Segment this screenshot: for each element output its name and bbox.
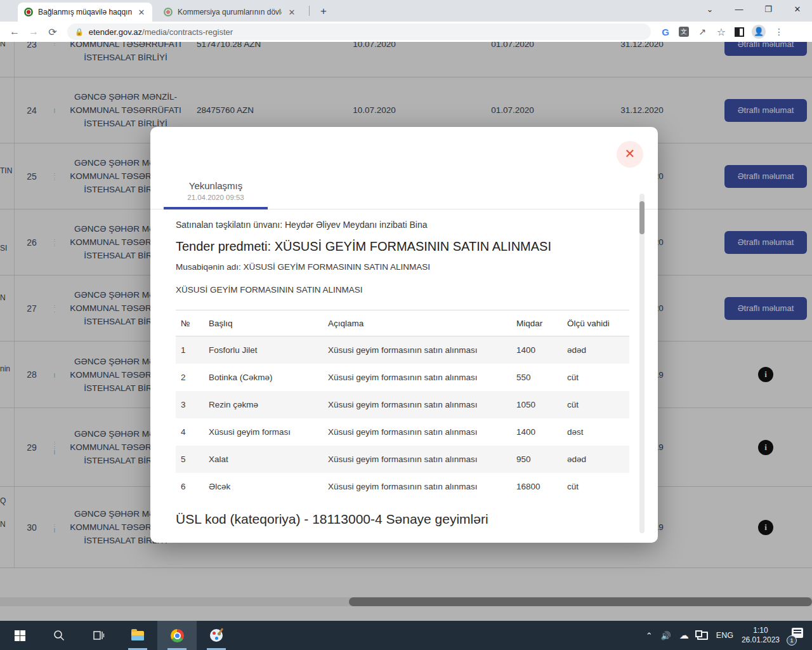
start-button[interactable] [0,621,39,650]
item-row: 1 Fosforlu Jilet Xüsusi geyim formasının… [176,336,629,364]
task-view-button[interactable] [79,621,118,650]
chrome-icon [171,629,184,642]
item-title: Botinka (Cəkmə) [209,364,325,391]
item-title: Əlcək [209,473,325,500]
item-no: 2 [181,364,206,391]
new-tab-button[interactable]: + [316,4,331,20]
item-no: 3 [181,391,206,418]
toolbar-right-icons: G 文 ↗ ☆ 👤 ⋮ [660,25,785,39]
item-unit: ədəd [567,446,629,473]
category-code: ÜSL kod (kateqoriya) - 18113000-4 Sənaye… [176,512,488,527]
item-quantity: 1050 [516,391,565,418]
onedrive-cloud-icon[interactable]: ☁ [679,630,689,641]
network-icon[interactable] [697,632,708,640]
modal-scrollbar[interactable] [639,194,645,533]
item-title: Fosforlu Jilet [209,336,325,364]
item-description: Xüsusi geyim formasının satın alınması [328,391,514,418]
contracts-register-page: N TIN SI N nin Q N 23 : GƏNCƏ ŞƏHƏR MƏNZ… [0,42,812,621]
item-row: 2 Botinka (Cəkmə) Xüsusi geyim formasını… [176,364,629,391]
volume-icon[interactable]: 🔊 [661,631,671,640]
close-window-button[interactable]: ✕ [783,0,812,20]
header-title: Başlıq [209,310,325,336]
lot-title: XÜSUSİ GEYİM FORMASININ SATIN ALINMASI [176,285,630,295]
modal-scrollbar-thumb[interactable] [639,201,645,234]
search-button[interactable] [39,621,79,650]
chrome-button[interactable] [157,621,197,650]
item-description: Xüsusi geyim formasının satın alınması [328,418,514,446]
tab-yekunlasmis[interactable]: Yekunlaşmış 21.04.2020 09:53 [164,180,268,201]
item-row: 4 Xüsusi geyim forması Xüsusi geyim form… [176,418,629,446]
back-icon[interactable]: ← [5,26,24,37]
tab-close-icon[interactable]: ✕ [287,8,297,17]
window-controls: ⌄ — ❐ ✕ [695,0,812,20]
active-tab-underline [164,207,268,209]
reload-icon[interactable]: ⟳ [43,26,62,38]
items-table-header: № Başlıq Açıqlama Miqdar Ölçü vahidi [176,310,629,336]
competition-name: Musabiqənin adı: XÜSUSİ GEYİM FORMASININ… [176,262,630,272]
item-no: 1 [181,336,206,364]
contract-details-modal: ✕ Yekunlaşmış 21.04.2020 09:53 Satınalan… [150,127,658,543]
google-icon[interactable]: G [660,27,671,37]
site-favicon [164,8,173,17]
tab-title: Bağlanmış müqavilə haqqında mə [38,8,132,17]
tab-divider [309,6,310,16]
windows-logo-icon [15,630,25,641]
item-quantity: 1400 [516,336,565,364]
item-quantity: 1400 [516,418,565,446]
forward-icon[interactable]: → [24,26,43,37]
browser-toolbar: ← → ⟳ 🔒 etender.gov.az /media/contracts-… [0,22,812,42]
buyer-address: Satınalan təşkilatın ünvanı: Heydər Əliy… [176,220,630,230]
item-quantity: 16800 [516,473,565,500]
item-row: 5 Xalat Xüsusi geyim formasının satın al… [176,446,629,473]
close-icon[interactable]: ✕ [617,141,643,168]
share-icon[interactable]: ↗ [697,27,708,37]
file-explorer-button[interactable] [118,621,157,650]
tab-title: Kommersiya qurumlarının dövlət [178,8,282,17]
screen: Bağlanmış müqavilə haqqında mə ✕ Kommers… [0,0,812,650]
restore-button[interactable]: ❐ [754,0,783,20]
tender-subject: Tender predmeti: XÜSUSİ GEYİM FORMASININ… [176,239,630,254]
tab-contracts[interactable]: Bağlanmış müqavilə haqqında mə ✕ [18,3,152,22]
status-tab-label: Yekunlaşmış [164,180,268,191]
lock-icon: 🔒 [75,28,84,36]
item-description: Xüsusi geyim formasının satın alınması [328,336,514,364]
item-unit: cüt [567,391,629,418]
paint-icon [210,629,223,642]
item-no: 6 [181,473,206,500]
address-bar[interactable]: 🔒 etender.gov.az /media/contracts-regist… [67,23,651,40]
date: 26.01.2023 [742,635,780,645]
tab-close-icon[interactable]: ✕ [137,8,146,17]
search-icon [53,629,65,642]
item-quantity: 950 [516,446,565,473]
header-no: № [181,310,206,336]
translate-icon[interactable]: 文 [679,27,689,37]
bookmark-star-icon[interactable]: ☆ [716,26,727,38]
item-unit: ədəd [567,336,629,364]
minimize-button[interactable]: — [724,0,754,20]
chevron-down-icon[interactable]: ⌄ [695,0,724,20]
item-row: 6 Əlcək Xüsusi geyim formasının satın al… [176,473,629,500]
item-unit: dəst [567,418,629,446]
browser-tabstrip: Bağlanmış müqavilə haqqında mə ✕ Kommers… [0,0,812,22]
task-view-icon [92,629,105,642]
header-unit: Ölçü vahidi [567,310,629,336]
notification-center-button[interactable]: 1 [788,628,803,643]
url-path: /media/contracts-register [142,27,233,37]
paint-button[interactable] [197,621,236,650]
notification-badge: 1 [787,635,797,646]
item-quantity: 550 [516,364,565,391]
clock[interactable]: 1:10 26.01.2023 [742,626,780,645]
tab-kommersiya[interactable]: Kommersiya qurumlarının dövlət ✕ [157,3,303,22]
menu-icon[interactable]: ⋮ [773,27,785,37]
language-indicator[interactable]: ENG [716,631,733,640]
side-panel-icon[interactable] [735,27,744,37]
item-title: Rezin çəkmə [209,391,325,418]
status-tab-date: 21.04.2020 09:53 [164,194,268,201]
profile-avatar[interactable]: 👤 [752,25,766,39]
item-no: 5 [181,446,206,473]
item-title: Xüsusi geyim forması [209,418,325,446]
item-description: Xüsusi geyim formasının satın alınması [328,446,514,473]
time: 1:10 [742,626,780,635]
system-tray: ⌃ 🔊 ☁ ENG 1:10 26.01.2023 1 [646,621,812,650]
hidden-icons-chevron[interactable]: ⌃ [646,631,653,640]
